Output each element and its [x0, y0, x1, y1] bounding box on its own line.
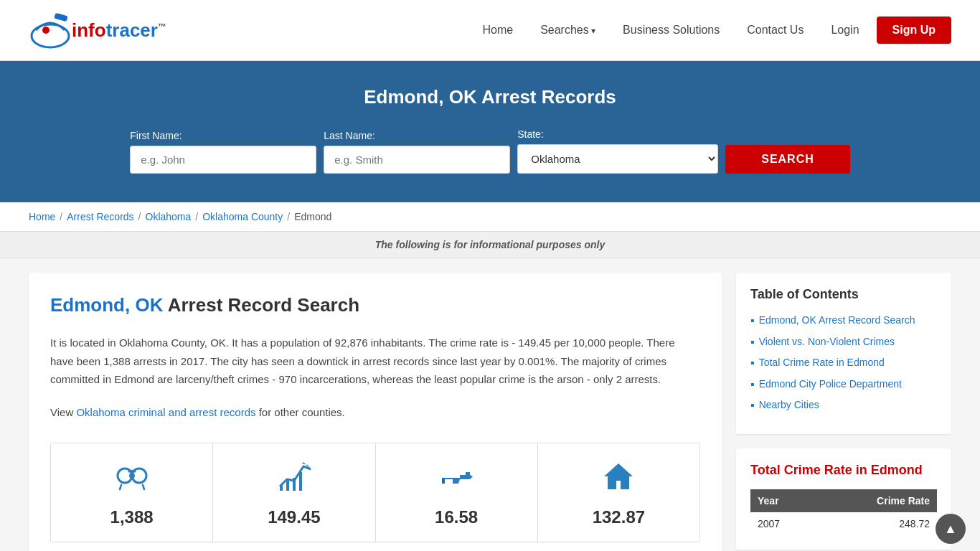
- toc-title: Table of Contents: [750, 287, 937, 302]
- crime-rate-box: Total Crime Rate in Edmond Year Crime Ra…: [736, 448, 951, 550]
- article-link-suffix: for other counties.: [256, 406, 345, 418]
- info-bar-text: The following is for informational purpo…: [375, 239, 605, 250]
- logo-text: infotracer™: [72, 19, 166, 42]
- crime-table-rate-header: Crime Rate: [816, 489, 937, 512]
- last-name-label: Last Name:: [324, 130, 375, 141]
- search-form: First Name: Last Name: State: Oklahoma S…: [95, 128, 885, 174]
- breadcrumb-home[interactable]: Home: [29, 211, 55, 222]
- article-view-prefix: View: [50, 406, 76, 418]
- hero-section: Edmond, OK Arrest Records First Name: La…: [0, 61, 980, 202]
- house-icon: [600, 458, 636, 500]
- toc-link-4[interactable]: Edmond City Police Department: [759, 377, 902, 392]
- nav-signup-button[interactable]: Sign Up: [877, 17, 951, 44]
- last-name-input[interactable]: [324, 146, 510, 174]
- nav-contact-us[interactable]: Contact Us: [737, 18, 814, 42]
- toc-bullet-5: ▪: [750, 399, 755, 412]
- first-name-group: First Name:: [130, 130, 316, 174]
- state-group: State: Oklahoma: [517, 128, 718, 174]
- article-title-state: OK: [135, 294, 163, 316]
- svg-rect-1: [54, 13, 67, 22]
- toc-item-3: ▪ Total Crime Rate in Edmond: [750, 356, 937, 370]
- crime-rate-title: Total Crime Rate in Edmond: [750, 463, 937, 478]
- article-title: Edmond, OK Arrest Record Search: [50, 294, 700, 316]
- stat-property: 132.87: [538, 443, 699, 542]
- article-title-rest: Arrest Record Search: [168, 294, 359, 316]
- svg-point-2: [42, 27, 50, 34]
- stats-row: 1,388 149.45: [50, 443, 700, 542]
- state-label: State:: [517, 128, 544, 140]
- stat-crime-rate-value: 149.45: [268, 507, 320, 527]
- crime-table-row-1: 2007 248.72: [750, 512, 937, 535]
- main-nav: Home Searches Business Solutions Contact…: [472, 17, 951, 44]
- toc-item-1: ▪ Edmond, OK Arrest Record Search: [750, 314, 937, 328]
- stat-violent: 16.58: [376, 443, 538, 542]
- nav-searches[interactable]: Searches: [530, 18, 606, 42]
- crime-table-year-1: 2007: [750, 512, 816, 535]
- crime-table-rate-1: 248.72: [816, 512, 937, 535]
- first-name-input[interactable]: [130, 146, 316, 174]
- article-title-city: Edmond,: [50, 294, 130, 316]
- article-link-para: View Oklahoma criminal and arrest record…: [50, 403, 700, 422]
- breadcrumb-arrest-records[interactable]: Arrest Records: [67, 211, 133, 222]
- stat-violent-value: 16.58: [435, 507, 478, 527]
- breadcrumb-sep-4: /: [287, 211, 290, 222]
- nav-business-solutions[interactable]: Business Solutions: [613, 18, 730, 42]
- breadcrumb-oklahoma[interactable]: Oklahoma: [146, 211, 192, 222]
- chart-trend-icon: [276, 458, 312, 500]
- svg-point-5: [129, 473, 135, 479]
- handcuffs-icon: [114, 458, 150, 500]
- toc-item-5: ▪ Nearby Cities: [750, 398, 937, 413]
- svg-rect-10: [299, 472, 302, 491]
- gun-icon: [438, 458, 474, 500]
- sidebar: Table of Contents ▪ Edmond, OK Arrest Re…: [736, 273, 951, 551]
- svg-rect-8: [286, 481, 289, 491]
- crime-table-year-header: Year: [750, 489, 816, 512]
- main-content: Edmond, OK Arrest Record Search It is lo…: [0, 258, 980, 551]
- stat-crime-rate: 149.45: [213, 443, 375, 542]
- stat-property-value: 132.87: [593, 507, 645, 527]
- toc-bullet-1: ▪: [750, 314, 755, 327]
- toc-link-2[interactable]: Violent vs. Non-Violent Crimes: [759, 335, 895, 349]
- oklahoma-records-link[interactable]: Oklahoma criminal and arrest records: [76, 406, 255, 418]
- info-bar: The following is for informational purpo…: [0, 232, 980, 258]
- svg-rect-7: [280, 485, 283, 491]
- last-name-group: Last Name:: [324, 130, 510, 174]
- svg-marker-12: [604, 463, 633, 489]
- crime-rate-table: Year Crime Rate 2007 248.72: [750, 489, 937, 535]
- logo[interactable]: infotracer™: [29, 9, 166, 52]
- toc-box: Table of Contents ▪ Edmond, OK Arrest Re…: [736, 273, 951, 434]
- scroll-top-button[interactable]: ▲: [936, 507, 966, 537]
- toc-item-4: ▪ Edmond City Police Department: [750, 377, 937, 392]
- toc-bullet-4: ▪: [750, 378, 755, 391]
- toc-link-1[interactable]: Edmond, OK Arrest Record Search: [759, 314, 915, 328]
- toc-bullet-2: ▪: [750, 336, 755, 349]
- breadcrumb: Home / Arrest Records / Oklahoma / Oklah…: [29, 211, 951, 222]
- article: Edmond, OK Arrest Record Search It is lo…: [29, 273, 722, 551]
- hero-title: Edmond, OK Arrest Records: [29, 86, 951, 108]
- first-name-label: First Name:: [130, 130, 182, 141]
- nav-login[interactable]: Login: [821, 18, 869, 42]
- breadcrumb-sep-2: /: [138, 211, 141, 222]
- breadcrumb-sep-1: /: [60, 211, 62, 222]
- svg-rect-11: [442, 478, 445, 484]
- stat-arrests: 1,388: [51, 443, 213, 542]
- breadcrumb-oklahoma-county[interactable]: Oklahoma County: [202, 211, 283, 222]
- site-header: infotracer™ Home Searches Business Solut…: [0, 0, 980, 61]
- breadcrumb-sep-3: /: [195, 211, 198, 222]
- svg-rect-9: [293, 478, 296, 491]
- state-select[interactable]: Oklahoma: [517, 144, 718, 174]
- stat-arrests-value: 1,388: [110, 507, 154, 527]
- article-body: It is located in Oklahoma County, OK. It…: [50, 334, 700, 389]
- toc-item-2: ▪ Violent vs. Non-Violent Crimes: [750, 335, 937, 349]
- toc-bullet-3: ▪: [750, 357, 755, 369]
- breadcrumb-bar: Home / Arrest Records / Oklahoma / Oklah…: [0, 202, 980, 232]
- search-button[interactable]: SEARCH: [725, 145, 850, 174]
- toc-link-5[interactable]: Nearby Cities: [759, 398, 819, 413]
- logo-icon: [29, 9, 72, 52]
- toc-link-3[interactable]: Total Crime Rate in Edmond: [759, 356, 885, 370]
- nav-home[interactable]: Home: [472, 18, 523, 42]
- breadcrumb-edmond: Edmond: [294, 211, 331, 222]
